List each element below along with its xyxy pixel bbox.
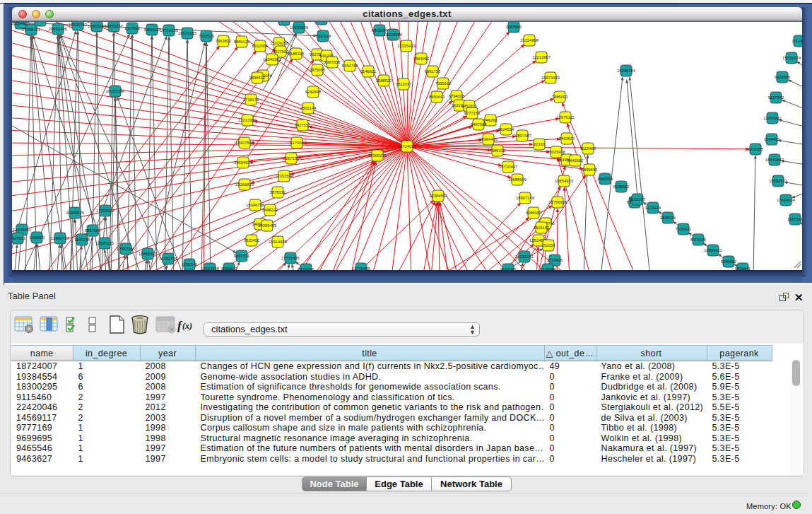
svg-text:7955812: 7955812 [435, 81, 452, 86]
svg-text:10756928: 10756928 [548, 200, 567, 204]
svg-text:8912954: 8912954 [252, 44, 269, 48]
svg-text:17016504: 17016504 [777, 198, 796, 202]
svg-text:(x): (x) [182, 321, 192, 331]
svg-text:1156829: 1156829 [29, 235, 45, 240]
svg-text:2569115: 2569115 [33, 22, 48, 23]
svg-text:6794028: 6794028 [449, 94, 465, 98]
svg-text:16853287: 16853287 [88, 24, 106, 28]
svg-text:15716485: 15716485 [281, 256, 300, 260]
svg-text:9329966: 9329966 [775, 75, 791, 79]
svg-text:16543382: 16543382 [263, 57, 281, 62]
svg-text:2718176: 2718176 [243, 98, 259, 102]
svg-text:17359924: 17359924 [96, 209, 115, 213]
svg-text:8938923: 8938923 [613, 185, 630, 189]
svg-text:9474444: 9474444 [645, 206, 661, 210]
svg-text:1112438: 1112438 [792, 39, 802, 43]
svg-text:9097586: 9097586 [85, 228, 101, 233]
svg-text:11325419: 11325419 [397, 44, 415, 48]
svg-text:1167533: 1167533 [787, 217, 802, 221]
svg-text:9896512: 9896512 [249, 76, 266, 80]
svg-text:3624554: 3624554 [498, 127, 514, 132]
svg-text:9327503: 9327503 [273, 49, 289, 54]
svg-text:10107552: 10107552 [235, 141, 254, 145]
svg-text:19384554: 19384554 [429, 194, 448, 198]
svg-text:9463627: 9463627 [559, 136, 575, 141]
svg-text:14099489: 14099489 [258, 223, 276, 228]
svg-text:20206576: 20206576 [66, 211, 84, 215]
svg-text:12975115: 12975115 [556, 115, 574, 119]
svg-text:2367608: 2367608 [324, 60, 341, 64]
svg-text:6497568: 6497568 [471, 122, 487, 127]
svg-text:7515526: 7515526 [199, 34, 215, 38]
svg-text:10973493: 10973493 [541, 76, 560, 80]
svg-text:9242848: 9242848 [305, 90, 322, 94]
svg-text:2935114: 2935114 [660, 216, 676, 220]
svg-text:9457791: 9457791 [234, 254, 250, 258]
svg-text:1640954: 1640954 [597, 177, 613, 181]
svg-text:15751074: 15751074 [782, 56, 801, 60]
svg-text:1615152: 1615152 [534, 226, 550, 230]
svg-text:19218586: 19218586 [384, 33, 402, 37]
svg-text:9102197: 9102197 [630, 197, 646, 201]
svg-text:10807487: 10807487 [513, 134, 531, 138]
svg-text:3915911: 3915911 [12, 236, 25, 240]
svg-text:25300275: 25300275 [368, 153, 387, 158]
svg-text:10688609: 10688609 [508, 177, 526, 182]
svg-text:10654112: 10654112 [704, 248, 722, 252]
svg-text:252254: 252254 [541, 243, 555, 247]
svg-text:12093822: 12093822 [763, 116, 782, 120]
svg-text:8427552: 8427552 [295, 123, 311, 127]
svg-text:2803144: 2803144 [300, 106, 317, 110]
svg-text:3822037: 3822037 [396, 82, 412, 86]
svg-text:16033809: 16033809 [290, 25, 308, 30]
svg-text:1733426: 1733426 [547, 258, 563, 262]
svg-text:8215955: 8215955 [748, 147, 764, 151]
svg-text:15226058: 15226058 [270, 41, 288, 45]
svg-text:20691406: 20691406 [49, 27, 67, 31]
svg-text:6440952: 6440952 [567, 158, 584, 163]
svg-text:917004: 917004 [290, 141, 304, 145]
svg-text:12942757: 12942757 [51, 236, 69, 240]
svg-text:8860124: 8860124 [234, 40, 250, 44]
svg-text:1527602: 1527602 [124, 26, 141, 30]
svg-text:8471676: 8471676 [690, 238, 707, 242]
svg-text:18724007: 18724007 [398, 144, 416, 148]
svg-text:16210643: 16210643 [765, 158, 784, 162]
svg-text:1244415: 1244415 [764, 137, 780, 141]
svg-text:12213967: 12213967 [532, 55, 551, 59]
svg-text:7357224: 7357224 [315, 34, 331, 38]
svg-text:16914479: 16914479 [269, 240, 287, 244]
svg-text:2087682: 2087682 [506, 25, 522, 29]
svg-text:18835743: 18835743 [69, 23, 87, 27]
svg-text:16671355: 16671355 [178, 31, 196, 35]
svg-text:19654925: 19654925 [234, 160, 252, 165]
svg-text:15720407: 15720407 [499, 165, 517, 169]
svg-text:62160: 62160 [534, 142, 545, 146]
svg-text:7485003: 7485003 [552, 95, 568, 99]
svg-text:9245652: 9245652 [721, 259, 737, 264]
svg-text:9115460: 9115460 [580, 146, 596, 151]
svg-text:1145194: 1145194 [74, 238, 90, 242]
svg-text:16782759: 16782759 [159, 257, 177, 261]
svg-text:5498222: 5498222 [262, 208, 278, 212]
svg-text:1588520: 1588520 [376, 78, 392, 83]
svg-text:12505135: 12505135 [95, 241, 114, 245]
svg-text:7986322: 7986322 [490, 148, 506, 153]
svg-text:3875685: 3875685 [310, 68, 326, 72]
svg-text:8186328: 8186328 [288, 52, 305, 56]
svg-text:16154808: 16154808 [520, 38, 539, 42]
svg-text:20053346: 20053346 [106, 89, 124, 93]
svg-text:19166829: 19166829 [235, 182, 254, 187]
svg-text:1564092: 1564092 [413, 57, 430, 61]
svg-text:14136141: 14136141 [515, 255, 534, 259]
svg-text:10958107: 10958107 [139, 252, 157, 256]
svg-text:6961758: 6961758 [425, 69, 441, 74]
svg-text:7663822: 7663822 [216, 39, 232, 43]
svg-text:20364436: 20364436 [479, 137, 498, 141]
svg-text:17957255: 17957255 [117, 247, 135, 251]
svg-text:7625402: 7625402 [244, 238, 260, 243]
svg-text:5878332: 5878332 [270, 190, 286, 194]
svg-text:9227342: 9227342 [768, 95, 784, 100]
svg-text:15692971: 15692971 [769, 179, 787, 183]
svg-text:9084067: 9084067 [526, 211, 542, 215]
